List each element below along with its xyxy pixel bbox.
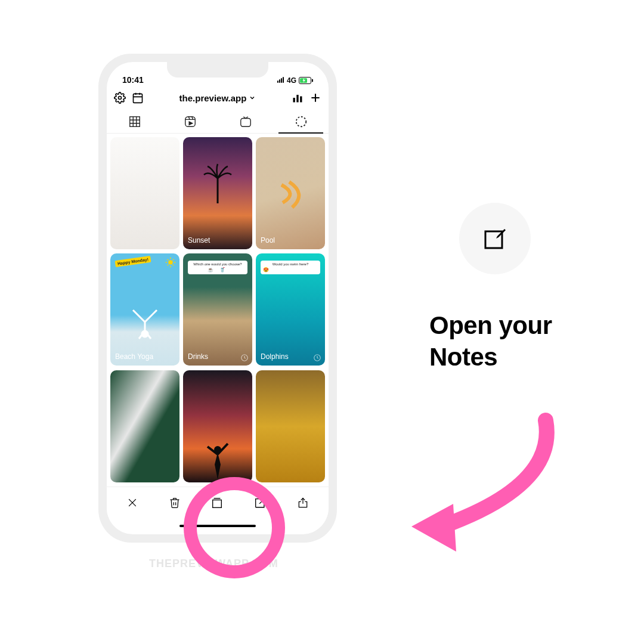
instruction-panel: Open your Notes: [429, 203, 552, 373]
svg-point-3: [119, 97, 122, 100]
story-card[interactable]: [183, 370, 252, 482]
card-label: Pool: [261, 236, 275, 244]
svg-marker-22: [189, 122, 193, 125]
svg-point-24: [296, 116, 306, 126]
svg-line-30: [173, 259, 174, 261]
igtv-icon: [239, 115, 252, 128]
notes-icon: [481, 224, 509, 253]
clock-icon: [240, 354, 249, 362]
account-switcher[interactable]: the.preview.app: [150, 93, 286, 103]
story-grid[interactable]: Sunset Pool Happy Monday! Beach Yoga Whi…: [107, 134, 329, 487]
phone-notch: [167, 62, 268, 78]
story-card[interactable]: [110, 370, 179, 482]
tab-posts[interactable]: [107, 110, 162, 133]
card-label: Dolphins: [261, 352, 289, 361]
story-card[interactable]: Pool: [256, 137, 325, 249]
svg-line-36: [133, 310, 145, 322]
happy-badge: Happy Monday!: [115, 256, 151, 267]
card-label: Drinks: [188, 352, 208, 361]
poll-overlay: Would you swim here? 😍: [261, 261, 320, 274]
settings-icon[interactable]: [114, 92, 126, 104]
tab-stories[interactable]: [273, 110, 329, 133]
account-name: the.preview.app: [179, 93, 247, 103]
calendar-icon[interactable]: [132, 92, 144, 104]
share-icon[interactable]: [297, 496, 309, 509]
instruction-line2: Notes: [429, 342, 552, 373]
svg-rect-8: [293, 98, 295, 103]
battery-icon: [299, 77, 313, 84]
tab-igtv[interactable]: [218, 110, 273, 133]
instruction-line1: Open your: [429, 310, 552, 342]
svg-rect-18: [185, 116, 195, 126]
svg-line-33: [173, 265, 174, 266]
chevron-down-icon: [249, 94, 256, 101]
story-card[interactable]: Happy Monday! Beach Yoga: [110, 253, 179, 366]
story-card[interactable]: [256, 370, 325, 482]
svg-rect-13: [129, 116, 140, 126]
phone-screen: 10:41 4G the.preview.app: [107, 62, 329, 534]
tab-reels[interactable]: [162, 110, 218, 133]
clock-icon: [313, 354, 321, 362]
analytics-icon[interactable]: [292, 92, 304, 104]
status-time: 10:41: [122, 75, 144, 85]
card-label: Sunset: [188, 236, 210, 244]
svg-line-37: [145, 310, 157, 322]
status-right: 4G: [277, 76, 313, 85]
story-card[interactable]: [110, 137, 179, 249]
highlight-circle: [184, 477, 285, 578]
svg-rect-4: [134, 94, 143, 103]
plus-icon[interactable]: [309, 92, 321, 104]
silhouette-figure: [203, 438, 233, 479]
app-header: the.preview.app: [107, 86, 329, 110]
svg-rect-10: [300, 97, 302, 103]
phone-frame: 10:41 4G the.preview.app: [98, 54, 337, 543]
story-card[interactable]: Which one would you choose? ☕ 🥤 Drinks: [183, 253, 252, 366]
svg-rect-9: [296, 95, 298, 103]
handstand-figure: [127, 304, 163, 340]
story-ring-icon: [295, 115, 308, 128]
trash-icon[interactable]: [169, 496, 181, 509]
poll-question: Which one would you choose?: [190, 262, 245, 266]
reels-icon: [184, 115, 197, 128]
grid-icon: [128, 115, 141, 128]
card-label: Beach Yoga: [115, 352, 153, 361]
svg-rect-23: [240, 118, 250, 126]
svg-line-32: [168, 259, 169, 261]
poll-overlay: Which one would you choose? ☕ 🥤: [188, 261, 247, 274]
close-icon[interactable]: [126, 497, 138, 509]
pink-arrow: [397, 408, 575, 564]
palm-tree-icon: [203, 162, 233, 203]
network-label: 4G: [287, 76, 296, 85]
swirl-decoration: [280, 179, 322, 209]
notes-icon-circle: [459, 203, 531, 274]
signal-icon: [277, 76, 284, 85]
story-card[interactable]: Sunset: [183, 137, 252, 249]
content-tabs: [107, 110, 329, 134]
svg-line-31: [168, 265, 169, 266]
svg-point-25: [169, 261, 172, 264]
sun-icon: [165, 257, 176, 268]
svg-rect-2: [312, 79, 313, 82]
story-card[interactable]: Would you swim here? 😍 Dolphins: [256, 253, 325, 366]
poll-question: Would you swim here?: [263, 262, 318, 266]
instruction-text: Open your Notes: [429, 310, 552, 373]
